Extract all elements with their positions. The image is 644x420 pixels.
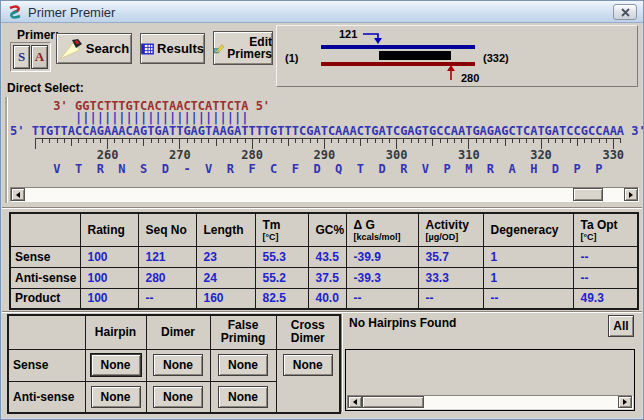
- antisense-false-priming-button[interactable]: None: [218, 386, 268, 408]
- sense-length: 23: [196, 246, 255, 267]
- direct-select-label: Direct Select:: [7, 81, 84, 95]
- sense-strand-button[interactable]: S: [13, 45, 30, 69]
- edit-primers-button-label: Edit Primers: [227, 36, 272, 60]
- results-button[interactable]: Results: [140, 33, 205, 64]
- hairpin-scrollbar[interactable]: [347, 395, 633, 409]
- antisense-strand-bar: [321, 62, 475, 66]
- col-gc: GC%: [308, 213, 346, 246]
- flashlight-icon: [59, 38, 83, 60]
- product-degeneracy: --: [483, 288, 573, 309]
- scroll-left-icon: [350, 399, 357, 405]
- antisense-rating: 100: [80, 267, 138, 288]
- sense-strand-bar: [321, 45, 475, 49]
- basepair-match-bars: ||||||||||||||||||||||||: [10, 111, 248, 125]
- col-activity: Activity[µg/OD]: [418, 213, 483, 246]
- col-hairpin: Hairpin: [85, 315, 146, 349]
- antisense-gc: 37.5: [308, 267, 346, 288]
- hairpin-detail-box: [345, 349, 635, 411]
- structure-header-row: Hairpin Dimer FalsePriming CrossDimer: [8, 315, 340, 349]
- cross-dimer-button[interactable]: None: [283, 354, 333, 376]
- product-gc: 40.0: [308, 288, 346, 309]
- close-button[interactable]: [613, 4, 637, 20]
- primer-results-table: Rating Seq No Length Tm[°C] GC% Δ G[kcal…: [9, 212, 639, 310]
- col-tm: Tm[°C]: [255, 213, 308, 246]
- sense-rating: 100: [80, 246, 138, 267]
- all-button[interactable]: All: [608, 315, 634, 337]
- sense-primer-arrowhead: [374, 38, 382, 44]
- client-area: Primer: S A Search Results: [2, 23, 642, 418]
- product-seq-no: --: [138, 288, 196, 309]
- results-header-empty: [10, 213, 80, 246]
- results-row-antisense: Anti-sense 100 280 24 55.2 37.5 -39.3 33…: [10, 267, 638, 288]
- hairpin-scroll-right-button[interactable]: [618, 396, 632, 408]
- close-icon: [621, 8, 630, 17]
- primer-structure-table: Hairpin Dimer FalsePriming CrossDimer Se…: [7, 314, 341, 414]
- amino-acid-translation: V T R N S D - V R F C F D Q T D R V P M …: [10, 162, 602, 176]
- separator-structure-hairpin: [341, 314, 343, 412]
- row-label-sense: Sense: [10, 246, 80, 267]
- antisense-delta-g: -39.3: [346, 267, 418, 288]
- diagram-end-label: (332): [483, 52, 509, 64]
- product-length: 160: [196, 288, 255, 309]
- product-region-bar: [379, 51, 451, 60]
- separator-results-structure: [2, 311, 642, 313]
- antisense-length: 24: [196, 267, 255, 288]
- search-button[interactable]: Search: [56, 33, 132, 64]
- antisense-strand-label: A: [35, 49, 44, 64]
- antisense-hairpin-button[interactable]: None: [91, 386, 141, 408]
- diagram-start-label: (1): [285, 52, 299, 64]
- sense-delta-g: -39.9: [346, 246, 418, 267]
- col-seq-no: Seq No: [138, 213, 196, 246]
- edit-primers-button[interactable]: Edit Primers: [213, 31, 273, 65]
- product-delta-g: --: [346, 288, 418, 309]
- structure-header-empty: [8, 315, 85, 349]
- titlebar[interactable]: Primer Premier: [1, 1, 643, 23]
- sense-hairpin-button[interactable]: None: [91, 354, 141, 376]
- antisense-primer-position-label: 280: [461, 72, 479, 84]
- app-logo-icon: [7, 4, 23, 20]
- separator-sequence-results: [2, 207, 642, 209]
- product-tm: 82.5: [255, 288, 308, 309]
- results-row-product: Product 100 -- 160 82.5 40.0 -- -- -- 49…: [10, 288, 638, 309]
- sense-degeneracy: 1: [483, 246, 573, 267]
- sequence-pane-divider: [2, 97, 8, 203]
- col-ta-opt: Ta Opt[°C]: [573, 213, 638, 246]
- template-sequence[interactable]: 5' TTGTTACCAGAAACAGTGATTGAGTAAGATTTTGTTT…: [10, 124, 644, 138]
- search-button-label: Search: [86, 41, 129, 56]
- primer-diagram-canvas: (1) (332) 121 280: [277, 26, 637, 86]
- antisense-degeneracy: 1: [483, 267, 573, 288]
- product-rating: 100: [80, 288, 138, 309]
- scroll-right-icon: [629, 192, 636, 198]
- row-label-product: Product: [10, 288, 80, 309]
- antisense-ta-opt: --: [573, 267, 638, 288]
- sense-false-priming-button[interactable]: None: [218, 354, 268, 376]
- antisense-dimer-button[interactable]: None: [153, 386, 203, 408]
- sequence-scroll-right-button[interactable]: [624, 188, 638, 201]
- antisense-activity: 33.3: [418, 267, 483, 288]
- scroll-left-icon: [13, 192, 20, 198]
- sense-activity: 35.7: [418, 246, 483, 267]
- sense-gc: 43.5: [308, 246, 346, 267]
- row-label-antisense: Anti-sense: [10, 267, 80, 288]
- results-header-row: Rating Seq No Length Tm[°C] GC% Δ G[kcal…: [10, 213, 638, 246]
- sense-dimer-button[interactable]: None: [153, 354, 203, 376]
- sequence-scroll-left-button[interactable]: [11, 188, 25, 201]
- sense-tm: 55.3: [255, 246, 308, 267]
- sense-seq-no: 121: [138, 246, 196, 267]
- sense-ta-opt: --: [573, 246, 638, 267]
- hairpin-scrollbar-thumb[interactable]: [362, 396, 424, 408]
- col-rating: Rating: [80, 213, 138, 246]
- col-dimer: Dimer: [146, 315, 210, 349]
- primer-premier-window: Primer Premier Primer: S A Search: [0, 0, 644, 420]
- hairpin-status-message: No Hairpins Found: [349, 316, 456, 330]
- col-delta-g: Δ G[kcals/mol]: [346, 213, 418, 246]
- product-activity: --: [418, 288, 483, 309]
- hairpin-scroll-left-button[interactable]: [348, 396, 362, 408]
- col-false-priming: FalsePriming: [210, 315, 276, 349]
- primer-location-diagram: (1) (332) 121 280: [276, 25, 638, 87]
- sequence-scrollbar-thumb[interactable]: [573, 188, 603, 201]
- sense-strand-label: S: [18, 49, 25, 64]
- sequence-scrollbar[interactable]: [10, 187, 639, 202]
- sense-primer-position-label: 121: [339, 28, 357, 40]
- antisense-strand-button[interactable]: A: [31, 45, 48, 69]
